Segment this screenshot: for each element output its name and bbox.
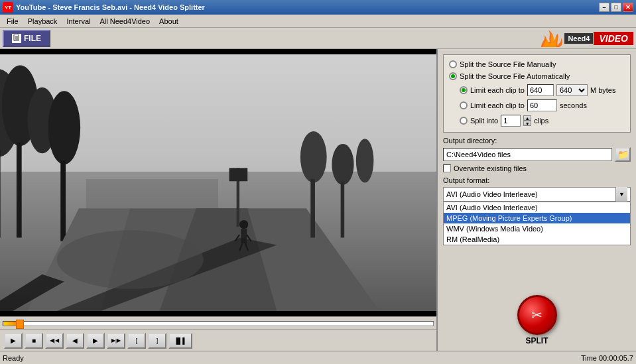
app-icon: YT: [3, 2, 13, 13]
stop-button[interactable]: ■: [25, 333, 43, 349]
format-section: Output format: AVI (Audio Video Interlea…: [443, 176, 631, 245]
svg-point-27: [300, 131, 327, 182]
minimize-button[interactable]: –: [599, 3, 609, 12]
video-black-top: [0, 49, 436, 54]
limit-seconds-input[interactable]: [527, 99, 557, 111]
seek-thumb[interactable]: [16, 320, 24, 329]
format-dropdown[interactable]: AVI (Audio Video Interleave) ▼: [443, 187, 631, 202]
split-icon: ✂: [531, 307, 542, 323]
auto-split-radio[interactable]: [449, 72, 457, 80]
title-bar-left: YT YouTube - Steve Francis Seb.avi - Nee…: [3, 2, 205, 13]
manual-split-row: Split the Source File Manually: [449, 60, 625, 68]
browse-button[interactable]: 📁: [615, 147, 631, 162]
file-icon: [12, 34, 21, 43]
title-bar: YT YouTube - Steve Francis Seb.avi - Nee…: [0, 0, 636, 15]
fwd-frame-button[interactable]: ▶: [86, 333, 105, 349]
format-options-list: AVI (Audio Video Interleave) MPEG (Movin…: [443, 202, 631, 245]
clips-spinner-up[interactable]: ▲: [523, 115, 531, 121]
status-ready: Ready: [3, 354, 24, 362]
directory-input[interactable]: [443, 148, 612, 161]
split-into-row: Split into ▲ ▼ clips: [460, 115, 625, 127]
limit-seconds-row: Limit each clip to seconds: [460, 99, 625, 111]
svg-rect-11: [17, 143, 22, 238]
svg-point-28: [332, 144, 353, 185]
close-button[interactable]: ✕: [623, 3, 633, 12]
play-button[interactable]: ▶: [4, 333, 23, 349]
menu-file[interactable]: File: [3, 16, 23, 27]
limit-mbytes-label: Limit each clip to: [470, 86, 525, 94]
split-button[interactable]: ✂: [517, 295, 557, 335]
menu-playback[interactable]: Playback: [24, 16, 62, 27]
overwrite-checkbox[interactable]: [443, 164, 451, 172]
limit-mbytes-radio[interactable]: [460, 86, 468, 94]
clips-unit-label: clips: [534, 117, 548, 125]
flame-icon: [538, 29, 564, 48]
main-content: ▶ ■ ◀|◀ ◀ ▶ ▶|▶ [ ] ▐▌▌: [0, 49, 636, 351]
status-time: Time 00:00:05.7: [581, 354, 633, 362]
app-logo: Need4 VIDEO: [538, 29, 633, 48]
directory-row: 📁: [443, 147, 631, 162]
auto-split-row: Split the Source File Automatically: [449, 72, 625, 80]
logo-area: Need4 VIDEO: [538, 29, 633, 48]
svg-rect-13: [60, 160, 66, 241]
seek-bar[interactable]: [3, 321, 434, 326]
file-button-label: FILE: [24, 34, 41, 43]
auto-split-label: Split the Source File Automatically: [460, 72, 570, 80]
menu-bar: File Playback Interval All Need4Video Ab…: [0, 15, 636, 28]
seek-progress: [3, 322, 16, 326]
restore-button[interactable]: □: [611, 3, 621, 12]
svg-rect-30: [310, 179, 315, 237]
limit-seconds-label: Limit each clip to: [470, 101, 525, 109]
split-options-box: Split the Source File Manually Split the…: [443, 54, 631, 133]
format-option-avi[interactable]: AVI (Audio Video Interleave): [444, 202, 630, 213]
overwrite-label: Overwrite existing files: [454, 164, 527, 172]
limit-mbytes-row: Limit each clip to 640 700 1400 M bytes: [460, 84, 625, 96]
window-controls: – □ ✕: [599, 3, 633, 12]
volume-button[interactable]: ▐▌▌: [168, 333, 192, 349]
format-selected-value: AVI (Audio Video Interleave): [446, 190, 538, 198]
overwrite-row: Overwrite existing files: [443, 164, 631, 172]
limit-seconds-radio[interactable]: [460, 101, 468, 109]
video-scene: [0, 54, 436, 311]
file-button[interactable]: FILE: [3, 30, 50, 47]
format-option-mpeg[interactable]: MPEG (Moving Picture Experts Group): [444, 213, 630, 223]
video-label: VIDEO: [594, 32, 633, 45]
split-into-input[interactable]: [501, 115, 521, 127]
seconds-unit-label: seconds: [560, 101, 587, 109]
format-option-wmv[interactable]: WMV (Windows Media Video): [444, 223, 630, 234]
back-frame-button[interactable]: ◀: [66, 333, 84, 349]
toolbar: FILE Need4 VIDEO: [0, 28, 636, 49]
svg-rect-18: [229, 168, 248, 181]
format-label: Output format:: [443, 176, 631, 184]
split-button-area: ✂ SPLIT: [443, 295, 631, 345]
limit-mbytes-input[interactable]: [527, 84, 554, 96]
svg-rect-31: [341, 181, 345, 237]
output-section: Output directory: 📁 Overwrite existing f…: [443, 137, 631, 172]
svg-point-29: [356, 139, 374, 182]
mbytes-dropdown[interactable]: 640 700 1400: [556, 84, 588, 96]
split-button-label: SPLIT: [525, 336, 548, 345]
next-chapter-button[interactable]: ▶|▶: [107, 333, 125, 349]
right-panel: Split the Source File Manually Split the…: [438, 49, 636, 351]
menu-all-need4video[interactable]: All Need4Video: [95, 16, 154, 27]
video-area: ▶ ■ ◀|◀ ◀ ▶ ▶|▶ [ ] ▐▌▌: [0, 49, 438, 351]
svg-rect-33: [86, 179, 218, 208]
format-option-rm[interactable]: RM (RealMedia): [444, 234, 630, 245]
seek-bar-area: [0, 316, 436, 330]
mark-in-button[interactable]: [: [127, 333, 146, 349]
format-dropdown-arrow[interactable]: ▼: [615, 187, 627, 202]
split-into-radio[interactable]: [460, 117, 468, 125]
clips-spinner-down[interactable]: ▼: [523, 121, 531, 126]
video-frame: [0, 49, 436, 316]
output-directory-label: Output directory:: [443, 137, 631, 145]
svg-point-32: [57, 230, 204, 288]
menu-interval[interactable]: Interval: [62, 16, 94, 27]
manual-split-radio[interactable]: [449, 60, 457, 68]
prev-chapter-button[interactable]: ◀|◀: [45, 333, 64, 349]
player-controls: ▶ ■ ◀|◀ ◀ ▶ ▶|▶ [ ] ▐▌▌: [0, 330, 436, 351]
mark-out-button[interactable]: ]: [148, 333, 166, 349]
video-player[interactable]: [0, 49, 436, 316]
split-sub-options: Limit each clip to 640 700 1400 M bytes …: [449, 84, 625, 127]
split-into-label: Split into: [470, 117, 498, 125]
menu-about[interactable]: About: [155, 16, 182, 27]
